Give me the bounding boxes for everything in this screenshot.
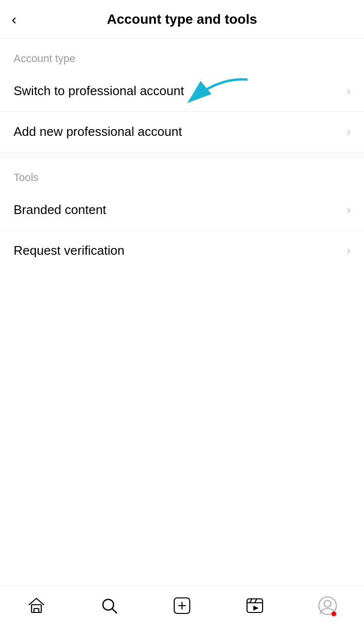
nav-profile[interactable]: [317, 595, 338, 616]
branded-content-label: Branded content: [14, 202, 106, 217]
content-area: Account type Switch to professional acco…: [0, 39, 364, 586]
bottom-navigation: [0, 586, 364, 628]
account-type-label: Account type: [0, 39, 364, 71]
branded-content-item[interactable]: Branded content ›: [0, 190, 364, 231]
switch-professional-label: Switch to professional account: [14, 83, 184, 99]
add-professional-item[interactable]: Add new professional account ›: [0, 112, 364, 152]
reels-icon: [244, 595, 265, 616]
svg-rect-2: [34, 609, 39, 612]
page-title: Account type and tools: [107, 12, 257, 27]
nav-create[interactable]: [171, 595, 193, 616]
tools-section: Tools Branded content › Request verifica…: [0, 158, 364, 271]
notification-dot: [331, 611, 336, 616]
header: ‹ Account type and tools: [0, 0, 364, 39]
chevron-icon-2: ›: [347, 126, 350, 138]
svg-line-10: [250, 599, 252, 603]
nav-reels[interactable]: [244, 595, 265, 616]
add-professional-label: Add new professional account: [14, 124, 182, 139]
nav-home[interactable]: [26, 595, 47, 616]
svg-rect-8: [247, 599, 263, 612]
nav-search[interactable]: [99, 595, 120, 616]
tools-label: Tools: [0, 158, 364, 190]
search-icon: [99, 595, 120, 616]
svg-point-14: [324, 600, 331, 607]
chevron-icon-4: ›: [347, 245, 350, 257]
section-divider: [0, 152, 364, 158]
home-icon: [26, 595, 47, 616]
request-verification-label: Request verification: [14, 243, 124, 258]
switch-professional-item[interactable]: Switch to professional account ›: [0, 71, 364, 112]
chevron-icon: ›: [347, 85, 350, 98]
svg-line-11: [255, 599, 257, 603]
chevron-icon-3: ›: [347, 204, 350, 216]
back-button[interactable]: ‹: [12, 12, 17, 27]
svg-marker-12: [253, 606, 259, 611]
create-icon: [171, 595, 193, 616]
svg-line-4: [113, 609, 117, 613]
account-type-section: Account type Switch to professional acco…: [0, 39, 364, 152]
request-verification-item[interactable]: Request verification ›: [0, 231, 364, 271]
